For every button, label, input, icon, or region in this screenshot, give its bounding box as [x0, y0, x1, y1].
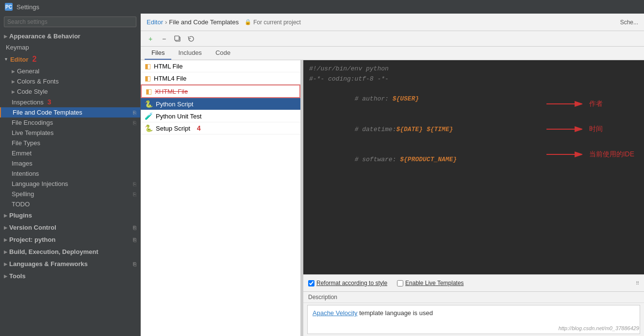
- file-item-label: HTML4 File: [154, 75, 186, 82]
- tab-includes[interactable]: Includes: [171, 47, 208, 60]
- sidebar-item-plugins[interactable]: ▶ Plugins: [0, 209, 140, 221]
- copy-icon: ⎘: [133, 120, 136, 126]
- file-item-xhtml[interactable]: ◧ XHTML File: [141, 84, 300, 98]
- search-input[interactable]: [4, 17, 136, 27]
- sidebar-item-file-code-templates[interactable]: File and Code Templates ⎘: [0, 107, 140, 118]
- sidebar-item-keymap[interactable]: Keymap: [0, 42, 140, 52]
- app-icon: PC: [5, 3, 13, 11]
- file-list: ◧ HTML File ◧ HTML4 File ◧ XHTML File 🐍 …: [141, 60, 301, 336]
- breadcrumb-separator: ›: [165, 18, 167, 26]
- sidebar-item-label: Inspections: [12, 99, 44, 106]
- xhtml-file-icon: ◧: [146, 87, 152, 95]
- file-item-setup-script[interactable]: 🐍 Setup Script 4: [141, 122, 300, 134]
- sidebar-item-version-control[interactable]: ▶ Version Control ⎘: [0, 221, 140, 234]
- sidebar-item-languages-frameworks[interactable]: ▶ Languages & Frameworks ⎘: [0, 258, 140, 270]
- html-file-icon: ◧: [145, 62, 151, 70]
- sidebar-item-appearance[interactable]: ▶ Appearance & Behavior: [0, 30, 140, 42]
- tab-files[interactable]: Files: [145, 47, 171, 60]
- sidebar-item-label: Plugins: [9, 212, 32, 219]
- split-pane: ◧ HTML File ◧ HTML4 File ◧ XHTML File 🐍 …: [141, 60, 644, 336]
- reformat-checkbox[interactable]: [308, 280, 314, 286]
- breadcrumb-current: File and Code Templates: [169, 18, 239, 26]
- sidebar-item-label: Tools: [9, 272, 26, 280]
- copy-button[interactable]: [172, 33, 183, 45]
- sidebar-item-emmet[interactable]: Emmet: [0, 148, 140, 158]
- titlebar: PC Settings: [0, 0, 644, 14]
- sidebar-item-editor[interactable]: ▼ Editor 2: [0, 52, 140, 66]
- code-editor[interactable]: #!/usr/bin/env python #-*- coding:utf-8 …: [303, 60, 644, 274]
- sidebar-item-general[interactable]: ▶ General: [0, 66, 140, 76]
- file-item-html4[interactable]: ◧ HTML4 File: [141, 72, 300, 84]
- watermark: http://blog.csdn.net/m0_37886429: [559, 325, 639, 331]
- chevron-right-icon: ▶: [4, 225, 7, 230]
- tab-code[interactable]: Code: [209, 47, 237, 60]
- live-templates-checkbox[interactable]: [397, 280, 403, 286]
- chevron-right-icon: ▶: [4, 250, 7, 254]
- copy-icon: ⎘: [133, 110, 136, 116]
- description-body: template language is used: [358, 309, 433, 317]
- code-line-5: # software: ${PRODUCT_NAME}: [309, 145, 638, 175]
- sidebar-item-inspections[interactable]: Inspections 3: [0, 97, 140, 107]
- sidebar-item-file-types[interactable]: File Types: [0, 138, 140, 148]
- apache-velocity-link[interactable]: Apache Velocity: [313, 309, 358, 317]
- sidebar-item-label: Languages & Frameworks: [9, 260, 88, 268]
- for-project-icon: 🔒: [245, 19, 251, 25]
- file-item-html[interactable]: ◧ HTML File: [141, 60, 300, 72]
- file-item-label: Setup Script: [156, 125, 190, 132]
- sidebar-item-colors-fonts[interactable]: ▶ Colors & Fonts: [0, 76, 140, 86]
- sidebar-item-label: Intentions: [12, 170, 39, 177]
- file-item-python-unit-test[interactable]: 🧪 Python Unit Test: [141, 110, 300, 122]
- toolbar: + −: [141, 31, 644, 47]
- editor-container: #!/usr/bin/env python #-*- coding:utf-8 …: [303, 60, 644, 336]
- reset-button[interactable]: [185, 33, 197, 45]
- chevron-right-icon: ▶: [4, 274, 7, 279]
- code-line-3: # author: ${USER}: [309, 84, 638, 115]
- annotation-label-4: 4: [197, 124, 201, 132]
- add-button[interactable]: +: [145, 33, 156, 45]
- sidebar-item-todo[interactable]: TODO: [0, 199, 140, 209]
- file-item-python-script[interactable]: 🐍 Python Script: [141, 98, 300, 110]
- tabs-bar: Files Includes Code: [141, 47, 644, 60]
- reformat-label[interactable]: Reformat according to style: [316, 280, 387, 286]
- chevron-right-icon: ▶: [4, 34, 7, 39]
- sidebar-item-images[interactable]: Images: [0, 158, 140, 168]
- for-project-label: For current project: [253, 19, 301, 26]
- content-header: Editor › File and Code Templates 🔒 For c…: [141, 14, 644, 31]
- copy-icon: ⎘: [133, 191, 136, 197]
- sidebar-item-file-encodings[interactable]: File Encodings ⎘: [0, 118, 140, 128]
- setup-file-icon: 🐍: [145, 124, 153, 132]
- main-layout: ▶ Appearance & Behavior Keymap ▼ Editor …: [0, 14, 644, 336]
- code-var-time: ${TIME}: [427, 126, 453, 133]
- chevron-right-icon: ▶: [12, 69, 15, 74]
- breadcrumb-editor[interactable]: Editor: [147, 18, 163, 26]
- content-area: Editor › File and Code Templates 🔒 For c…: [141, 14, 644, 336]
- checkboxes-row: Reformat according to style Enable Live …: [308, 278, 639, 288]
- chevron-right-icon: ▶: [4, 262, 7, 267]
- sidebar-item-tools[interactable]: ▶ Tools: [0, 270, 140, 282]
- chevron-right-icon: ▶: [12, 79, 15, 84]
- python-file-icon: 🐍: [145, 100, 153, 108]
- copy-icon: ⎘: [133, 261, 136, 267]
- sidebar-item-language-injections[interactable]: Language Injections ⎘: [0, 179, 140, 189]
- sidebar-item-code-style[interactable]: ▶ Code Style: [0, 86, 140, 97]
- chevron-right-icon: ▶: [4, 237, 7, 242]
- sidebar-item-label: General: [17, 67, 39, 75]
- copy-icon: ⎘: [133, 181, 136, 187]
- sidebar-item-build-execution[interactable]: ▶ Build, Execution, Deployment: [0, 246, 140, 258]
- code-comment-datetime: # datetime:: [355, 126, 396, 133]
- sidebar-item-project-python[interactable]: ▶ Project: python ⎘: [0, 234, 140, 246]
- sidebar-item-spelling[interactable]: Spelling ⎘: [0, 189, 140, 199]
- svg-rect-1: [175, 36, 179, 40]
- copy-icon: ⎘: [133, 237, 136, 243]
- annotation-label-2: 2: [32, 55, 36, 64]
- sidebar-item-intentions[interactable]: Intentions: [0, 168, 140, 179]
- sidebar-item-live-templates[interactable]: Live Templates: [0, 128, 140, 138]
- sidebar-item-label: Live Templates: [12, 129, 53, 136]
- html4-file-icon: ◧: [145, 74, 151, 82]
- live-templates-label[interactable]: Enable Live Templates: [405, 280, 464, 286]
- sidebar-item-label: Code Style: [17, 88, 48, 95]
- file-item-label: HTML File: [154, 63, 182, 70]
- code-comment-software: # software:: [355, 156, 400, 163]
- window-title: Settings: [17, 3, 39, 11]
- remove-button[interactable]: −: [158, 33, 170, 45]
